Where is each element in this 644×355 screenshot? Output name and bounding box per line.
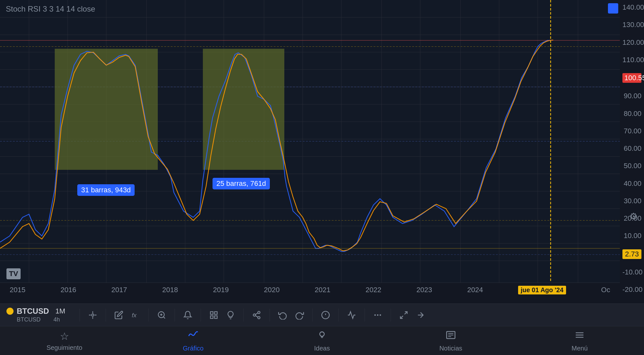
sep-10 <box>365 309 365 321</box>
active-date-badge: jue 01 Ago '24 <box>518 286 566 294</box>
watchlist-icon: ☆ <box>60 330 69 342</box>
zoom-button[interactable] <box>153 311 170 320</box>
svg-point-65 <box>377 314 378 315</box>
sep-7 <box>270 309 270 321</box>
draw-button[interactable] <box>110 311 127 320</box>
svg-point-58 <box>258 316 260 319</box>
nav-news[interactable]: Noticias <box>386 326 515 355</box>
chart-nav-label: Gráfico <box>183 345 204 352</box>
chart-type-icon[interactable] <box>608 3 618 14</box>
chart-settings-icon[interactable]: ⚙ <box>630 211 638 222</box>
measure-button[interactable] <box>412 311 429 320</box>
ideas-nav-label: Ideas <box>314 345 330 352</box>
nav-menu[interactable]: Menú <box>515 326 644 355</box>
menu-nav-label: Menú <box>572 345 588 352</box>
nav-ideas[interactable]: Ideas <box>258 326 386 355</box>
svg-point-70 <box>320 332 324 336</box>
y-axis: 140.00 130.00 120.00 110.00 100.55 90.00… <box>620 0 644 297</box>
menu-nav-icon <box>574 330 585 343</box>
svg-rect-53 <box>214 312 217 314</box>
sep-3 <box>148 309 149 321</box>
sep-8 <box>312 309 313 321</box>
timeframe-label[interactable]: 1M <box>55 307 65 315</box>
ideas-nav-icon <box>317 330 327 343</box>
svg-rect-37 <box>55 49 158 170</box>
tradingview-logo: TV <box>6 268 21 279</box>
indicator-button[interactable]: fx <box>127 311 144 320</box>
tf-sub: 4h <box>53 316 60 323</box>
svg-line-49 <box>163 317 165 318</box>
sep-6 <box>243 309 244 321</box>
ticker-name[interactable]: BTCUSD <box>17 307 49 316</box>
svg-point-57 <box>253 314 255 316</box>
current-value-badge: 100.55 <box>622 73 641 83</box>
news-nav-icon <box>445 330 456 343</box>
sep-2 <box>106 309 106 321</box>
bar-count-tooltip-2: 25 barras, 761d <box>213 178 270 189</box>
symbol-info: BTCUSD 1M BTCUSD 4h <box>6 307 65 323</box>
svg-line-68 <box>400 316 403 318</box>
chart-area: Stoch RSI 3 3 14 14 close 140.00 130.00 … <box>0 0 644 297</box>
svg-line-59 <box>255 315 258 317</box>
secondary-value-badge: 2.73 <box>622 249 641 259</box>
alert-button[interactable] <box>179 311 196 320</box>
crosshair-button[interactable] <box>84 311 101 320</box>
overlay-button[interactable] <box>343 311 360 320</box>
svg-point-42 <box>91 314 94 316</box>
svg-text:fx: fx <box>132 312 137 319</box>
more-options-button[interactable] <box>369 311 386 320</box>
news-nav-label: Noticias <box>439 345 462 352</box>
svg-point-66 <box>380 314 381 315</box>
svg-point-64 <box>374 314 375 315</box>
chart-nav-icon <box>188 330 199 343</box>
svg-rect-72 <box>321 337 323 338</box>
ticker-sub: BTCUSD <box>17 316 41 323</box>
svg-point-56 <box>258 311 260 313</box>
fullscreen-button[interactable] <box>395 311 412 320</box>
chart-svg <box>0 0 620 283</box>
svg-line-60 <box>255 313 258 314</box>
btc-icon <box>6 308 14 315</box>
info-button[interactable] <box>317 311 334 320</box>
nav-chart[interactable]: Gráfico <box>129 326 258 355</box>
sep-5 <box>201 309 201 321</box>
nav-watchlist[interactable]: ☆ Seguimiento <box>0 326 129 355</box>
svg-rect-55 <box>214 316 217 318</box>
bottom-nav: ☆ Seguimiento Gráfico Ideas <box>0 326 644 355</box>
svg-rect-54 <box>210 316 213 318</box>
svg-rect-52 <box>210 312 213 314</box>
svg-rect-71 <box>321 336 323 337</box>
ideas-button[interactable] <box>222 311 239 320</box>
x-axis: 2015 2016 2017 2018 2019 2020 2021 2022 … <box>0 283 620 297</box>
bar-count-tooltip-1: 31 barras, 943d <box>77 184 135 196</box>
svg-line-67 <box>404 312 407 314</box>
indicator-label: Stoch RSI 3 3 14 14 close <box>6 5 95 14</box>
watchlist-label: Seguimiento <box>46 344 82 351</box>
sep-9 <box>338 309 339 321</box>
redo-button[interactable] <box>291 311 308 320</box>
sep-4 <box>175 309 175 321</box>
sep-11 <box>391 309 391 321</box>
share-button[interactable] <box>248 311 265 320</box>
undo-button[interactable] <box>274 311 291 320</box>
layout-button[interactable] <box>205 311 222 320</box>
toolbar: BTCUSD 1M BTCUSD 4h fx <box>0 303 644 326</box>
sep-1 <box>80 309 80 321</box>
